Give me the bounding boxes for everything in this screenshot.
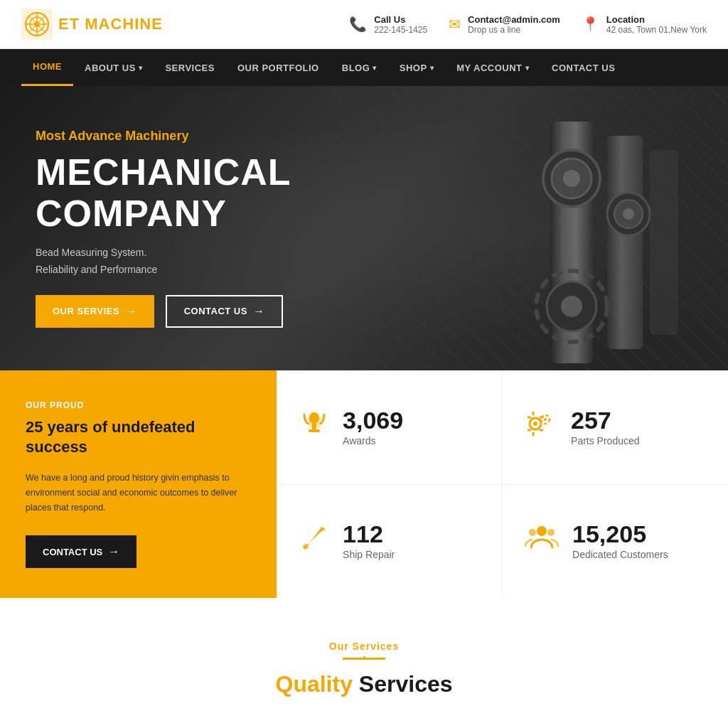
svg-rect-12 (650, 150, 678, 335)
stat-parts: 257 Parts Produced (503, 370, 728, 485)
nav-portfolio[interactable]: OUR PORTFOLIO (226, 49, 331, 86)
svg-point-26 (533, 422, 537, 426)
parts-number: 257 (571, 408, 640, 432)
blog-caret: ▾ (373, 64, 377, 72)
stats-heading: 25 years of undefeated success (26, 417, 251, 458)
services-label: Our Services (21, 641, 707, 652)
logo-text: ET MACHINE (58, 15, 163, 33)
location-value: 42 oas, Town 01,New York (606, 25, 707, 35)
hero-machinery-svg (408, 107, 707, 370)
customers-label: Dedicated Customers (572, 549, 668, 560)
awards-number: 3,069 (343, 408, 403, 432)
hero-title: MECHANICAL COMPANY (36, 152, 391, 233)
our-proud-label: Our proud (26, 400, 251, 410)
repair-label: Ship Repair (343, 549, 395, 560)
logo-icon (21, 9, 53, 40)
gear-icon (524, 408, 558, 446)
phone-label: Call Us (374, 14, 427, 25)
stat-customers: 15,205 Dedicated Customers (503, 485, 728, 599)
services-button[interactable]: Our Servies → (36, 295, 154, 328)
wrench-icon (299, 523, 330, 560)
hero-desc-2: Reliability and Performance (36, 264, 391, 275)
services-section: Our Services Quality Services (0, 598, 728, 712)
site-logo[interactable]: ET MACHINE (21, 9, 163, 40)
location-contact[interactable]: 📍 Location 42 oas, Town 01,New York (582, 14, 707, 35)
svg-point-30 (537, 526, 547, 536)
about-caret: ▾ (139, 64, 143, 72)
nav-about[interactable]: ABOUT US ▾ (73, 49, 154, 86)
svg-rect-11 (607, 136, 643, 349)
svg-point-15 (563, 170, 580, 187)
svg-point-29 (303, 544, 309, 550)
svg-rect-22 (309, 412, 319, 424)
contact-arrow-icon: → (253, 305, 265, 318)
svg-point-18 (623, 208, 634, 220)
awards-label: Awards (343, 435, 403, 446)
location-label: Location (606, 14, 707, 25)
svg-rect-24 (309, 429, 320, 432)
stat-repair: 112 Ship Repair (277, 485, 503, 599)
hero-subtitle: Most Advance Machinery (36, 129, 391, 144)
nav-shop[interactable]: SHOP ▾ (388, 49, 445, 86)
email-desc: Drop us a line (468, 25, 560, 35)
hero-content: Most Advance Machinery MECHANICAL COMPAN… (0, 100, 427, 355)
stats-grid: 3,069 Awards 257 Parts Produced (277, 370, 728, 598)
nav-home[interactable]: HOME (21, 49, 73, 86)
stats-left-panel: Our proud 25 years of undefeated success… (0, 370, 277, 598)
contact-button-hero[interactable]: Contact Us → (166, 295, 284, 328)
stats-contact-arrow-icon: → (108, 545, 119, 558)
svg-rect-23 (312, 424, 316, 429)
phone-icon: 📞 (349, 16, 367, 33)
email-label: Contact@admin.com (468, 14, 560, 25)
parts-label: Parts Produced (571, 435, 640, 446)
svg-point-32 (547, 529, 555, 536)
svg-point-28 (544, 418, 547, 421)
services-arrow-icon: → (125, 305, 137, 318)
svg-point-31 (529, 529, 536, 536)
stats-section: Our proud 25 years of undefeated success… (0, 370, 728, 598)
nav-blog[interactable]: BLOG ▾ (331, 49, 388, 86)
repair-number: 112 (343, 522, 395, 546)
nav-account[interactable]: MY ACCOUNT ▾ (445, 49, 540, 86)
trophy-icon (299, 408, 330, 446)
email-icon: ✉ (449, 16, 461, 33)
nav-services[interactable]: SERVICES (154, 49, 226, 86)
shop-caret: ▾ (430, 64, 434, 72)
services-divider (343, 658, 385, 660)
top-bar: ET MACHINE 📞 Call Us 222-145-1425 ✉ Cont… (0, 0, 728, 49)
main-nav: HOME ABOUT US ▾ SERVICES OUR PORTFOLIO B… (0, 49, 728, 86)
users-icon (524, 523, 560, 560)
svg-point-21 (561, 296, 582, 317)
nav-contact[interactable]: CONTACT US (540, 49, 626, 86)
stats-contact-button[interactable]: Contact Us → (26, 535, 136, 568)
services-title: Quality Services (21, 671, 707, 697)
location-icon: 📍 (582, 16, 599, 33)
customers-number: 15,205 (572, 522, 668, 546)
hero-buttons: Our Servies → Contact Us → (36, 295, 391, 328)
stats-description: We have a long and proud history givin e… (26, 471, 251, 516)
phone-value: 222-145-1425 (374, 25, 427, 35)
hero-desc-1: Bead Measuring System. (36, 247, 391, 258)
stat-awards: 3,069 Awards (277, 370, 503, 485)
email-contact[interactable]: ✉ Contact@admin.com Drop us a line (449, 14, 560, 35)
top-contacts: 📞 Call Us 222-145-1425 ✉ Contact@admin.c… (349, 14, 707, 35)
account-caret: ▾ (525, 64, 530, 72)
phone-contact[interactable]: 📞 Call Us 222-145-1425 (349, 14, 427, 35)
hero-section: Most Advance Machinery MECHANICAL COMPAN… (0, 86, 728, 370)
